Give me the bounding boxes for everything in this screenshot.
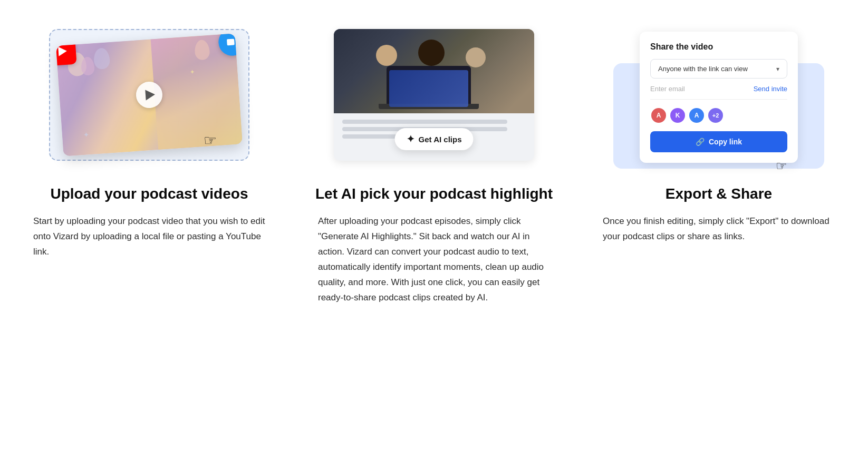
ai-icon: ✦ <box>407 133 414 145</box>
avatar-3: A <box>688 107 705 124</box>
ai-clips-label: Get AI clips <box>419 135 462 144</box>
share-card: Share the video Anyone with the link can… <box>640 32 798 163</box>
email-placeholder[interactable]: Enter email <box>650 85 749 93</box>
svg-rect-1 <box>227 39 235 46</box>
cursor-icon: ☞ <box>204 132 217 149</box>
step-1-title: Upload your podcast videos <box>51 184 248 203</box>
photo-inner <box>334 29 534 113</box>
chevron-down-icon: ▾ <box>776 65 779 73</box>
dropdown-text: Anyone with the link can view <box>658 65 748 73</box>
upload-dashed-box: ✦ ✦ ✦ <box>49 29 249 161</box>
share-avatars: A K A +2 <box>650 107 787 124</box>
share-dropdown[interactable]: Anyone with the link can view ▾ <box>650 59 787 79</box>
text-line <box>342 120 507 124</box>
copy-link-button[interactable]: 🔗 Copy link <box>650 131 787 152</box>
step-3-description: Once you finish editing, simply click "E… <box>603 214 835 245</box>
share-card-title: Share the video <box>650 42 787 52</box>
send-invite-button[interactable]: Send invite <box>754 85 787 93</box>
youtube-play-icon <box>58 46 67 56</box>
step-2-title: Let AI pick your podcast highlight <box>315 184 553 203</box>
link-icon: 🔗 <box>696 138 705 146</box>
people-photo <box>334 29 534 113</box>
step-3-title: Export & Share <box>666 184 772 203</box>
step-2-description: After uploading your podcast episodes, s… <box>318 214 550 305</box>
upload-illustration: ✦ ✦ ✦ <box>28 21 271 169</box>
youtube-icon <box>56 37 76 66</box>
step-2-column: ✦ Get AI clips Let AI pick your podcast … <box>292 21 576 306</box>
share-illustration: Share the video Anyone with the link can… <box>597 21 840 169</box>
copy-cursor-icon: ☞ <box>776 159 787 173</box>
ai-clips-badge: ✦ Get AI clips <box>395 128 474 150</box>
play-icon <box>145 89 155 100</box>
step-1-description: Start by uploading your podcast video th… <box>33 214 265 260</box>
step-1-column: ✦ ✦ ✦ <box>7 21 292 306</box>
main-content: ✦ ✦ ✦ <box>0 0 868 327</box>
ai-illustration: ✦ Get AI clips <box>313 21 555 169</box>
ai-doc-card: ✦ Get AI clips <box>334 29 534 161</box>
step-3-column: Share the video Anyone with the link can… <box>576 21 861 306</box>
avatar-1: A <box>650 107 667 124</box>
avatar-more: +2 <box>707 107 724 124</box>
copy-link-label: Copy link <box>709 138 742 146</box>
share-email-row: Enter email Send invite <box>650 85 787 100</box>
avatar-2: K <box>669 107 686 124</box>
